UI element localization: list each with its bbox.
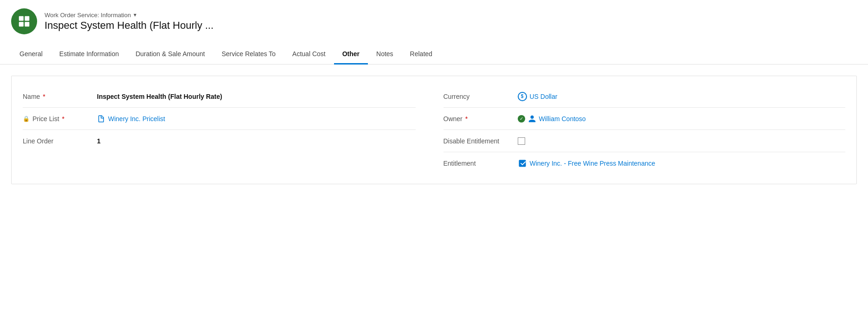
svg-rect-1 bbox=[25, 16, 29, 21]
entitlement-icon bbox=[518, 159, 527, 168]
navigation-tabs: General Estimate Information Duration & … bbox=[0, 45, 868, 65]
page-title: Inspect System Health (Flat Hourly ... bbox=[45, 19, 213, 32]
person-icon bbox=[528, 115, 536, 123]
fields-grid: Name * Inspect System Health (Flat Hourl… bbox=[23, 85, 845, 174]
field-row-entitlement: Entitlement Winery Inc. - Free Wine Pres… bbox=[444, 152, 846, 174]
field-row-name: Name * Inspect System Health (Flat Hourl… bbox=[23, 85, 416, 108]
header-subtitle: Work Order Service: Information ▾ bbox=[45, 12, 213, 19]
field-row-currency: Currency $ US Dollar bbox=[444, 85, 846, 108]
subtitle-text: Work Order Service: Information bbox=[45, 12, 131, 19]
field-label-entitlement: Entitlement bbox=[444, 160, 518, 167]
field-label-currency: Currency bbox=[444, 93, 518, 100]
field-row-price-list: 🔒 Price List * Winery Inc. Pricelist bbox=[23, 108, 416, 130]
required-indicator-name: * bbox=[43, 93, 45, 100]
page-header: Work Order Service: Information ▾ Inspec… bbox=[0, 0, 868, 39]
chevron-down-icon[interactable]: ▾ bbox=[134, 12, 136, 18]
app-icon bbox=[11, 8, 37, 34]
field-value-price-list[interactable]: Winery Inc. Pricelist bbox=[97, 115, 416, 123]
tab-other[interactable]: Other bbox=[334, 45, 368, 65]
required-indicator-price-list: * bbox=[62, 115, 64, 123]
field-label-disable-entitlement: Disable Entitlement bbox=[444, 137, 518, 145]
tab-related[interactable]: Related bbox=[402, 45, 441, 65]
content-card: Name * Inspect System Health (Flat Hourl… bbox=[11, 76, 857, 184]
field-row-owner: Owner * ✓ William Contoso bbox=[444, 108, 846, 130]
field-value-currency[interactable]: $ US Dollar bbox=[518, 92, 846, 101]
disable-entitlement-checkbox[interactable] bbox=[518, 137, 525, 145]
svg-rect-3 bbox=[25, 22, 29, 26]
tab-duration-sale-amount[interactable]: Duration & Sale Amount bbox=[127, 45, 213, 65]
currency-icon: $ bbox=[518, 92, 527, 101]
field-label-name: Name * bbox=[23, 93, 97, 100]
svg-rect-2 bbox=[19, 22, 24, 26]
svg-rect-0 bbox=[19, 16, 24, 21]
document-icon bbox=[97, 115, 105, 123]
header-text-block: Work Order Service: Information ▾ Inspec… bbox=[45, 12, 213, 32]
required-indicator-owner: * bbox=[465, 115, 468, 123]
field-row-disable-entitlement: Disable Entitlement bbox=[444, 130, 846, 152]
green-check-icon: ✓ bbox=[518, 115, 525, 123]
field-label-line-order: Line Order bbox=[23, 137, 97, 145]
main-content: Name * Inspect System Health (Flat Hourl… bbox=[0, 65, 868, 195]
field-value-owner[interactable]: ✓ William Contoso bbox=[518, 115, 846, 123]
field-value-name: Inspect System Health (Flat Hourly Rate) bbox=[97, 93, 416, 100]
tab-general[interactable]: General bbox=[11, 45, 51, 65]
tab-actual-cost[interactable]: Actual Cost bbox=[284, 45, 334, 65]
tab-service-relates-to[interactable]: Service Relates To bbox=[213, 45, 284, 65]
field-label-price-list: 🔒 Price List * bbox=[23, 115, 97, 123]
field-value-entitlement[interactable]: Winery Inc. - Free Wine Press Maintenanc… bbox=[518, 159, 846, 168]
fields-left-column: Name * Inspect System Health (Flat Hourl… bbox=[23, 85, 434, 174]
field-value-disable-entitlement[interactable] bbox=[518, 137, 846, 145]
tab-notes[interactable]: Notes bbox=[368, 45, 402, 65]
lock-icon: 🔒 bbox=[23, 116, 30, 122]
fields-right-column: Currency $ US Dollar Owner * ✓ bbox=[434, 85, 846, 174]
field-label-owner: Owner * bbox=[444, 115, 518, 123]
field-value-line-order: 1 bbox=[97, 137, 416, 145]
field-row-line-order: Line Order 1 bbox=[23, 130, 416, 152]
tab-estimate-information[interactable]: Estimate Information bbox=[51, 45, 127, 65]
